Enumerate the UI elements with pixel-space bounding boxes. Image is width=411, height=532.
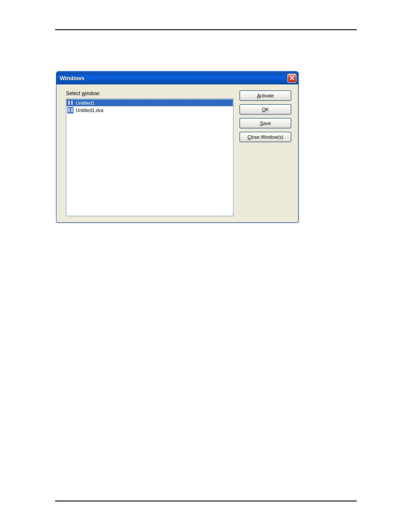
svg-rect-2 (68, 101, 70, 105)
label-prefix: Select (66, 90, 82, 96)
label-suffix: indow: (85, 90, 100, 96)
list-item[interactable]: Untitled1 (66, 99, 233, 106)
document-icon (67, 107, 74, 114)
mnemonic-o: O (262, 107, 266, 112)
activate-button[interactable]: Activate (240, 90, 291, 101)
ok-text: K (266, 107, 269, 112)
list-item-label: Untitled1.dva (76, 108, 103, 113)
close-text: lose Window(s) (251, 134, 283, 140)
activate-text: ctivate (260, 93, 274, 98)
dialog-client: Select window: Untitled1Untitled1.dva Ac… (56, 84, 298, 222)
svg-rect-7 (72, 108, 73, 112)
dialog-title: Windows (60, 75, 84, 81)
page-divider-top (55, 29, 357, 30)
close-icon[interactable] (287, 74, 296, 83)
window-listbox[interactable]: Untitled1Untitled1.dva (66, 98, 234, 216)
list-item-label: Untitled1 (76, 100, 94, 106)
select-window-label: Select window: (66, 90, 234, 96)
list-item[interactable]: Untitled1.dva (66, 106, 233, 114)
titlebar[interactable]: Windows (56, 72, 298, 84)
left-pane: Select window: Untitled1Untitled1.dva (66, 90, 234, 216)
ok-button[interactable]: OK (240, 104, 291, 115)
windows-dialog: Windows Select window: Untitled1Untitled… (56, 71, 299, 223)
document-icon (67, 100, 74, 106)
mnemonic-a: A (257, 93, 260, 98)
page-divider-bottom (55, 501, 357, 501)
save-button[interactable]: Save (240, 118, 291, 128)
button-column: Activate OK Save Close Window(s) (240, 90, 291, 216)
svg-rect-3 (72, 101, 73, 105)
mnemonic-s: S (260, 121, 263, 126)
svg-rect-6 (68, 108, 70, 112)
close-windows-button[interactable]: Close Window(s) (240, 132, 291, 142)
save-text: ave (263, 121, 271, 126)
